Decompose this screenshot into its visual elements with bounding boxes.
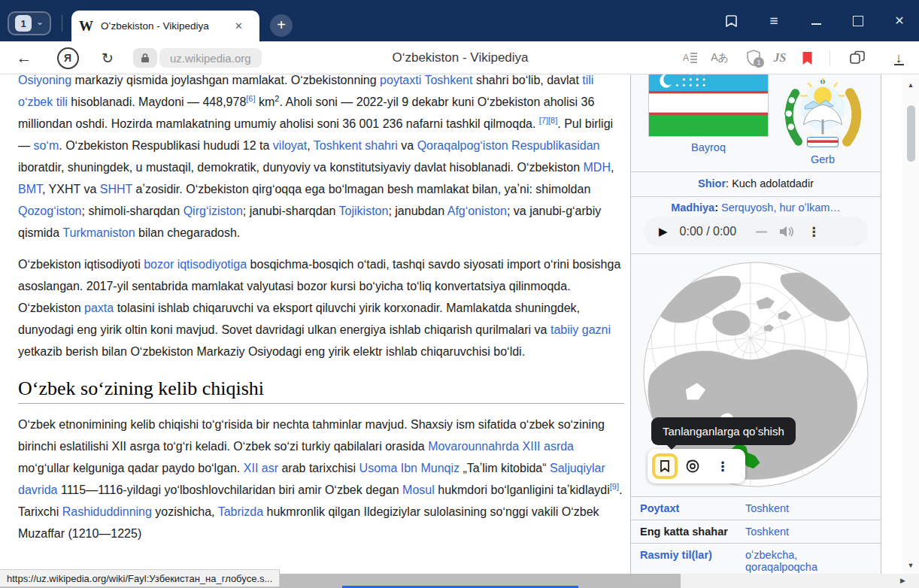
text-link[interactable]: [7][8] [539,116,557,125]
url-text: uz.wikipedia.org [170,52,251,65]
text-link[interactable]: qoraqalpoqcha [745,561,817,573]
play-icon[interactable]: ▶ [659,225,668,238]
text-link[interactable]: [6] [246,94,255,103]
bookmarks-panel-icon [724,14,739,29]
text-link[interactable]: Toshkent shahri [314,139,398,152]
text-link[interactable]: XII asr [244,462,278,474]
downloads-button[interactable]: ↓ [885,41,912,74]
titlebar: 1 ⌄ W Oʻzbekiston - Vikipediya ✕ + ≡ ✕ [0,0,919,41]
reader-mode-icon: A [683,51,698,65]
image-action-bar: ⋮ [648,449,745,483]
text-link[interactable]: Rashiduddinning [62,505,152,518]
text-link[interactable]: Usoma Ibn Munqiz [359,462,460,474]
player-menu-icon[interactable]: ⋮ [808,224,820,240]
divider [62,15,62,32]
article-paragraph: Oʻzbek etnonimining kelib chiqishi toʻgʻ… [18,414,624,544]
maximize-button[interactable] [842,0,875,41]
tab-counter[interactable]: 1 ⌄ [8,11,51,35]
uzbekistan-flag-image[interactable] [648,69,769,137]
motto-row: Shior: Kuch adolatdadir [631,177,881,189]
text-link[interactable]: Tabrizda [218,505,263,518]
text-link[interactable]: viloyat [273,139,307,152]
audio-player[interactable]: ▶ 0:00 / 0:00 — ⋮ [644,217,868,247]
reader-mode-button[interactable]: A [677,41,704,74]
scroll-right-arrow-icon[interactable]: ▶ [900,577,905,584]
tab-count-badge: 1 [15,15,32,32]
tab-groups-icon [849,50,866,65]
text-link[interactable]: paxta [84,302,114,314]
chevron-down-icon: ⌄ [36,17,44,26]
text-link[interactable]: Qoraqalpogʻiston Respublikasidan [417,139,600,152]
anthem-label-link[interactable]: Madhiya [671,202,714,214]
bookmark-page-button[interactable] [793,41,820,74]
text-link[interactable]: Movarounnahrda XIII asrda [428,440,574,453]
text-link[interactable]: Mosul [402,483,435,496]
bookmarks-panel-button[interactable] [715,0,748,41]
uzbekistan-emblem-image[interactable] [781,75,864,156]
anthem-title-link[interactable]: Serquyosh, hur oʻlkam… [718,202,841,214]
bookmark-filled-icon [802,51,813,65]
tab-close-icon[interactable]: ✕ [235,20,243,32]
divider [631,196,881,197]
status-bar: https://uz.wikipedia.org/wiki/Fayl:Узбек… [0,569,280,586]
close-button[interactable]: ✕ [883,0,916,41]
motto-label-link[interactable]: Shior [698,177,726,189]
scroll-up-arrow-icon[interactable]: ▲ [902,81,919,89]
infobox-row-label[interactable]: Poytaxt [640,502,745,514]
text-link[interactable]: soʻm [33,139,59,152]
text-link[interactable]: Toshkent [745,526,789,538]
scroll-down-arrow-icon[interactable]: ▼ [902,562,919,569]
download-baseline [894,64,904,65]
text-link[interactable]: SHHT [100,183,132,195]
text-link[interactable]: Osiyoning [18,74,71,86]
page-content: Osiyoning markaziy qismida joylashgan ma… [0,42,919,588]
browser-toolbar: ← Я ↻ uz.wikipedia.org Oʻzbekiston - Vik… [0,41,919,74]
tab-groups-button[interactable] [844,41,871,74]
status-url: https://uz.wikipedia.org/wiki/Fayl:Узбек… [7,573,272,584]
reload-button[interactable]: ↻ [94,41,121,74]
infobox-row-label[interactable]: Rasmiy til(lar) [640,549,745,573]
text-link[interactable]: bozor iqtisodiyotiga [144,258,247,271]
anthem-row: Madhiya: Serquyosh, hur oʻlkam… [631,202,881,214]
infobox-row: Eng katta shaharToshkent [631,520,881,543]
maximize-icon [853,16,863,26]
speaker-icon[interactable] [778,225,794,238]
site-security-button[interactable] [133,48,157,68]
svg-text:A: A [683,53,689,63]
vertical-scroll-thumb[interactable] [907,105,915,162]
text-link[interactable]: Qozogʻiston [18,205,82,217]
translate-button[interactable]: Aあ [706,41,733,74]
javascript-button[interactable]: JS [766,41,793,74]
page-title: Oʻzbekiston - Vikipediya [316,41,605,74]
minimize-button[interactable] [799,0,833,41]
text-link[interactable]: tabiiy gazni [550,323,611,336]
volume-slider-icon[interactable]: — [756,226,767,238]
flag-caption-link[interactable]: Bayroq [648,141,769,153]
protect-shield-button[interactable]: 1 [740,41,767,74]
new-tab-button[interactable]: + [270,14,293,37]
yandex-button[interactable]: Я [54,41,81,74]
text-link[interactable]: Qirgʻiziston [183,205,243,217]
motto-text: : Kuch adolatdadir [726,177,814,189]
infobox-row-value: Toshkent [745,502,789,514]
text-link[interactable]: Tojikiston [339,205,389,217]
image-more-menu-icon[interactable]: ⋮ [708,459,738,474]
text-link[interactable]: Afgʻoniston [447,205,507,217]
add-to-favorites-button[interactable] [652,453,678,479]
tab[interactable]: W Oʻzbekiston - Vikipediya ✕ [71,11,259,41]
menu-button[interactable]: ≡ [757,0,790,41]
address-bar[interactable]: uz.wikipedia.org [159,48,262,68]
text-link[interactable]: oʻzbekcha, [745,549,817,561]
text-link[interactable]: BMT [18,183,42,195]
section-heading: Oʻzbek soʻzining kelib chiqishi [18,377,624,404]
text-link[interactable]: MDH [584,161,611,174]
text-link[interactable]: [9] [610,482,619,491]
back-button[interactable]: ← [11,41,38,74]
image-search-button[interactable] [678,458,708,474]
text-link[interactable]: Turkmaniston [62,226,135,239]
emblem-caption-link[interactable]: Gerb [781,153,864,165]
text-link[interactable]: Toshkent [745,502,789,514]
vertical-scrollbar[interactable]: ▲ ▼ [902,75,919,574]
lock-icon [141,53,150,63]
text-link[interactable]: poytaxti Toshkent [380,74,472,86]
